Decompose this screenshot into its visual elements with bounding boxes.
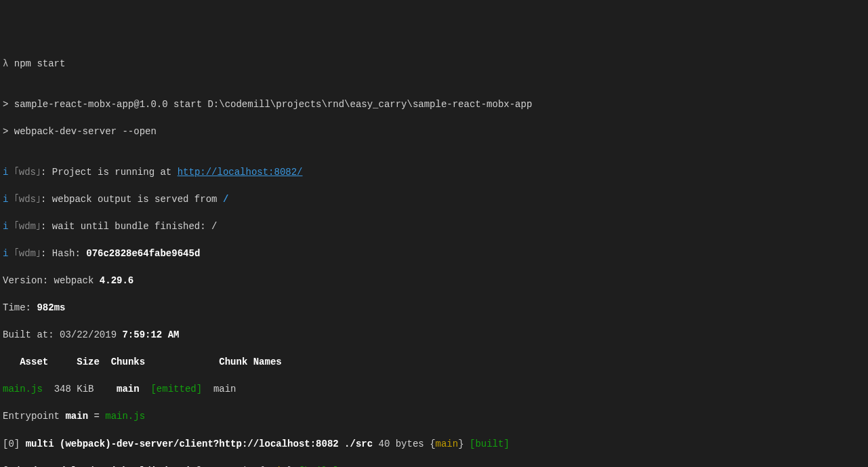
version-label: Version: webpack (3, 275, 100, 286)
version-value: 4.29.6 (100, 275, 133, 286)
built-at-value: 7:59:12 AM (122, 329, 179, 340)
chunk-name: main (213, 384, 236, 394)
wds-label: ｢wds｣ (14, 194, 41, 205)
info-icon: i (3, 194, 8, 205)
asset-name: main.js (3, 384, 43, 394)
prompt-lambda: λ (3, 58, 8, 69)
wdm-msg: : wait until bundle finished: / (41, 221, 217, 232)
info-icon: i (3, 221, 8, 232)
command-text: npm start (14, 58, 66, 69)
module-row: [0] multi (webpack)-dev-server/client?ht… (3, 437, 865, 451)
wdm-label: ｢wdm｣ (14, 248, 41, 259)
wds-label: ｢wds｣ (14, 167, 41, 178)
served-path: / (223, 194, 228, 205)
wdm-label: ｢wdm｣ (14, 221, 41, 232)
info-icon: i (3, 167, 8, 178)
time-label: Time: (3, 302, 37, 313)
terminal-output: λ npm start > sample-react-mobx-app@1.0.… (3, 57, 865, 467)
hash-label: : Hash: (41, 248, 86, 259)
wds-msg: : webpack output is served from (41, 194, 223, 205)
module-row: [./node_modules/ansi-html/index.js] 4.16… (3, 464, 865, 467)
table-header: Asset Size Chunks Chunk Names (3, 355, 865, 369)
script-line: > sample-react-mobx-app@1.0.0 start D:\c… (3, 98, 865, 111)
script-line: > webpack-dev-server --open (3, 125, 865, 138)
asset-size: 348 KiB (54, 384, 94, 394)
emitted-label: [emitted] (150, 384, 202, 394)
asset-chunk: main (117, 384, 140, 394)
entrypoint-row: Entrypoint main = main.js (3, 409, 865, 423)
wds-msg: : Project is running at (41, 167, 178, 178)
time-value: 982ms (37, 302, 65, 313)
info-icon: i (3, 248, 8, 259)
asset-row: main.js 348 KiB main [emitted] main (3, 382, 865, 396)
server-url-link[interactable]: http://localhost:8082/ (178, 167, 303, 178)
hash-value: 076c2828e64fabe9645d (86, 248, 200, 259)
built-at-label: Built at: 03/22/2019 (3, 329, 122, 340)
